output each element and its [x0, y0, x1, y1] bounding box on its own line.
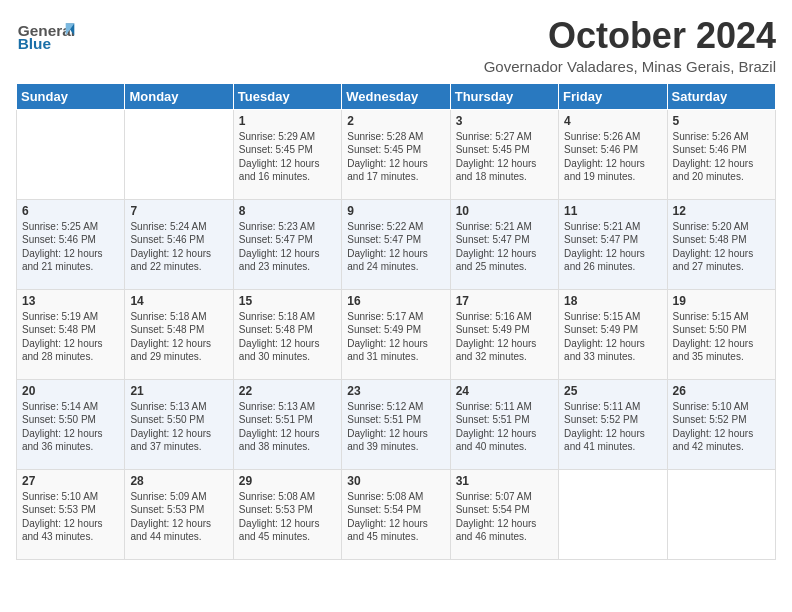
- day-info: Sunrise: 5:20 AM Sunset: 5:48 PM Dayligh…: [673, 220, 770, 274]
- calendar-cell: 4Sunrise: 5:26 AM Sunset: 5:46 PM Daylig…: [559, 109, 667, 199]
- day-number: 26: [673, 384, 770, 398]
- day-info: Sunrise: 5:07 AM Sunset: 5:54 PM Dayligh…: [456, 490, 553, 544]
- day-number: 15: [239, 294, 336, 308]
- calendar-cell: 31Sunrise: 5:07 AM Sunset: 5:54 PM Dayli…: [450, 469, 558, 559]
- calendar-cell: [559, 469, 667, 559]
- day-info: Sunrise: 5:24 AM Sunset: 5:46 PM Dayligh…: [130, 220, 227, 274]
- calendar-cell: 1Sunrise: 5:29 AM Sunset: 5:45 PM Daylig…: [233, 109, 341, 199]
- day-info: Sunrise: 5:13 AM Sunset: 5:50 PM Dayligh…: [130, 400, 227, 454]
- page-header: General Blue October 2024 Governador Val…: [16, 16, 776, 75]
- day-number: 22: [239, 384, 336, 398]
- calendar-cell: 3Sunrise: 5:27 AM Sunset: 5:45 PM Daylig…: [450, 109, 558, 199]
- day-number: 24: [456, 384, 553, 398]
- day-info: Sunrise: 5:21 AM Sunset: 5:47 PM Dayligh…: [564, 220, 661, 274]
- day-number: 27: [22, 474, 119, 488]
- day-info: Sunrise: 5:23 AM Sunset: 5:47 PM Dayligh…: [239, 220, 336, 274]
- calendar-cell: 5Sunrise: 5:26 AM Sunset: 5:46 PM Daylig…: [667, 109, 775, 199]
- calendar-week-row: 6Sunrise: 5:25 AM Sunset: 5:46 PM Daylig…: [17, 199, 776, 289]
- day-number: 19: [673, 294, 770, 308]
- calendar-cell: 20Sunrise: 5:14 AM Sunset: 5:50 PM Dayli…: [17, 379, 125, 469]
- day-number: 23: [347, 384, 444, 398]
- logo: General Blue: [16, 16, 76, 56]
- day-info: Sunrise: 5:10 AM Sunset: 5:52 PM Dayligh…: [673, 400, 770, 454]
- day-number: 6: [22, 204, 119, 218]
- day-header-sunday: Sunday: [17, 83, 125, 109]
- day-info: Sunrise: 5:11 AM Sunset: 5:52 PM Dayligh…: [564, 400, 661, 454]
- day-info: Sunrise: 5:18 AM Sunset: 5:48 PM Dayligh…: [130, 310, 227, 364]
- logo-icon: General Blue: [16, 16, 76, 56]
- calendar-cell: 29Sunrise: 5:08 AM Sunset: 5:53 PM Dayli…: [233, 469, 341, 559]
- title-section: October 2024 Governador Valadares, Minas…: [484, 16, 776, 75]
- calendar-cell: 6Sunrise: 5:25 AM Sunset: 5:46 PM Daylig…: [17, 199, 125, 289]
- day-info: Sunrise: 5:11 AM Sunset: 5:51 PM Dayligh…: [456, 400, 553, 454]
- day-info: Sunrise: 5:29 AM Sunset: 5:45 PM Dayligh…: [239, 130, 336, 184]
- calendar-cell: [125, 109, 233, 199]
- day-number: 18: [564, 294, 661, 308]
- day-info: Sunrise: 5:08 AM Sunset: 5:53 PM Dayligh…: [239, 490, 336, 544]
- day-number: 20: [22, 384, 119, 398]
- day-number: 4: [564, 114, 661, 128]
- calendar-cell: 28Sunrise: 5:09 AM Sunset: 5:53 PM Dayli…: [125, 469, 233, 559]
- day-info: Sunrise: 5:14 AM Sunset: 5:50 PM Dayligh…: [22, 400, 119, 454]
- day-number: 3: [456, 114, 553, 128]
- svg-text:Blue: Blue: [18, 35, 52, 52]
- location-subtitle: Governador Valadares, Minas Gerais, Braz…: [484, 58, 776, 75]
- day-info: Sunrise: 5:27 AM Sunset: 5:45 PM Dayligh…: [456, 130, 553, 184]
- day-info: Sunrise: 5:21 AM Sunset: 5:47 PM Dayligh…: [456, 220, 553, 274]
- calendar-cell: 2Sunrise: 5:28 AM Sunset: 5:45 PM Daylig…: [342, 109, 450, 199]
- day-header-saturday: Saturday: [667, 83, 775, 109]
- calendar-cell: [17, 109, 125, 199]
- day-info: Sunrise: 5:13 AM Sunset: 5:51 PM Dayligh…: [239, 400, 336, 454]
- day-info: Sunrise: 5:10 AM Sunset: 5:53 PM Dayligh…: [22, 490, 119, 544]
- day-number: 1: [239, 114, 336, 128]
- calendar-cell: 7Sunrise: 5:24 AM Sunset: 5:46 PM Daylig…: [125, 199, 233, 289]
- day-info: Sunrise: 5:25 AM Sunset: 5:46 PM Dayligh…: [22, 220, 119, 274]
- day-number: 7: [130, 204, 227, 218]
- calendar-cell: 16Sunrise: 5:17 AM Sunset: 5:49 PM Dayli…: [342, 289, 450, 379]
- day-info: Sunrise: 5:08 AM Sunset: 5:54 PM Dayligh…: [347, 490, 444, 544]
- calendar-cell: 21Sunrise: 5:13 AM Sunset: 5:50 PM Dayli…: [125, 379, 233, 469]
- calendar-cell: 18Sunrise: 5:15 AM Sunset: 5:49 PM Dayli…: [559, 289, 667, 379]
- day-number: 10: [456, 204, 553, 218]
- day-info: Sunrise: 5:18 AM Sunset: 5:48 PM Dayligh…: [239, 310, 336, 364]
- calendar-week-row: 27Sunrise: 5:10 AM Sunset: 5:53 PM Dayli…: [17, 469, 776, 559]
- calendar-cell: 30Sunrise: 5:08 AM Sunset: 5:54 PM Dayli…: [342, 469, 450, 559]
- calendar-cell: 27Sunrise: 5:10 AM Sunset: 5:53 PM Dayli…: [17, 469, 125, 559]
- calendar-week-row: 20Sunrise: 5:14 AM Sunset: 5:50 PM Dayli…: [17, 379, 776, 469]
- calendar-header-row: SundayMondayTuesdayWednesdayThursdayFrid…: [17, 83, 776, 109]
- calendar-cell: 10Sunrise: 5:21 AM Sunset: 5:47 PM Dayli…: [450, 199, 558, 289]
- calendar-cell: 11Sunrise: 5:21 AM Sunset: 5:47 PM Dayli…: [559, 199, 667, 289]
- calendar-cell: 14Sunrise: 5:18 AM Sunset: 5:48 PM Dayli…: [125, 289, 233, 379]
- day-info: Sunrise: 5:12 AM Sunset: 5:51 PM Dayligh…: [347, 400, 444, 454]
- calendar-cell: 13Sunrise: 5:19 AM Sunset: 5:48 PM Dayli…: [17, 289, 125, 379]
- calendar-cell: 15Sunrise: 5:18 AM Sunset: 5:48 PM Dayli…: [233, 289, 341, 379]
- calendar-cell: 9Sunrise: 5:22 AM Sunset: 5:47 PM Daylig…: [342, 199, 450, 289]
- day-header-tuesday: Tuesday: [233, 83, 341, 109]
- day-number: 28: [130, 474, 227, 488]
- day-number: 8: [239, 204, 336, 218]
- calendar-cell: 25Sunrise: 5:11 AM Sunset: 5:52 PM Dayli…: [559, 379, 667, 469]
- day-info: Sunrise: 5:22 AM Sunset: 5:47 PM Dayligh…: [347, 220, 444, 274]
- day-header-monday: Monday: [125, 83, 233, 109]
- day-number: 16: [347, 294, 444, 308]
- day-info: Sunrise: 5:16 AM Sunset: 5:49 PM Dayligh…: [456, 310, 553, 364]
- day-info: Sunrise: 5:15 AM Sunset: 5:49 PM Dayligh…: [564, 310, 661, 364]
- day-number: 14: [130, 294, 227, 308]
- month-title: October 2024: [484, 16, 776, 56]
- calendar-table: SundayMondayTuesdayWednesdayThursdayFrid…: [16, 83, 776, 560]
- calendar-cell: 19Sunrise: 5:15 AM Sunset: 5:50 PM Dayli…: [667, 289, 775, 379]
- day-header-wednesday: Wednesday: [342, 83, 450, 109]
- day-info: Sunrise: 5:19 AM Sunset: 5:48 PM Dayligh…: [22, 310, 119, 364]
- day-number: 29: [239, 474, 336, 488]
- day-number: 11: [564, 204, 661, 218]
- day-number: 2: [347, 114, 444, 128]
- day-info: Sunrise: 5:26 AM Sunset: 5:46 PM Dayligh…: [564, 130, 661, 184]
- day-header-thursday: Thursday: [450, 83, 558, 109]
- calendar-cell: 8Sunrise: 5:23 AM Sunset: 5:47 PM Daylig…: [233, 199, 341, 289]
- calendar-cell: 17Sunrise: 5:16 AM Sunset: 5:49 PM Dayli…: [450, 289, 558, 379]
- day-header-friday: Friday: [559, 83, 667, 109]
- day-number: 31: [456, 474, 553, 488]
- day-info: Sunrise: 5:26 AM Sunset: 5:46 PM Dayligh…: [673, 130, 770, 184]
- calendar-cell: 24Sunrise: 5:11 AM Sunset: 5:51 PM Dayli…: [450, 379, 558, 469]
- day-number: 21: [130, 384, 227, 398]
